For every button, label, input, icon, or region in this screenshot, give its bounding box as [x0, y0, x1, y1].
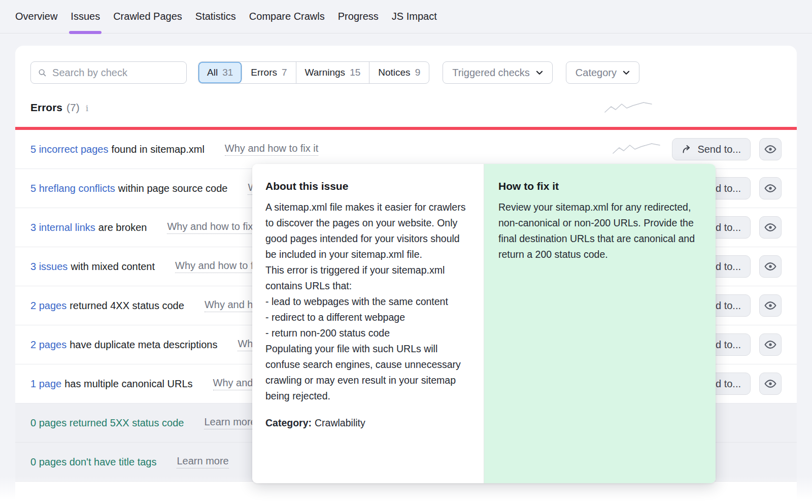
category-value: Crawlability: [315, 417, 365, 428]
tab-crawled-pages[interactable]: Crawled Pages: [113, 0, 182, 33]
issue-count-link[interactable]: 2 pages: [30, 339, 66, 351]
issue-text: within page source code: [118, 183, 228, 194]
how-to-fix-body: Review your sitemap.xml for any redirect…: [498, 199, 701, 262]
about-issue-panel: About this issue A sitemap.xml file make…: [252, 164, 484, 483]
eye-button[interactable]: [759, 138, 782, 160]
segment-label: Warnings: [305, 67, 346, 78]
eye-icon: [764, 260, 777, 273]
issue-text-passed: 0 pages returned 5XX status code: [30, 417, 184, 429]
search-input[interactable]: [51, 66, 179, 79]
section-trend-sparkline-icon: [604, 100, 653, 116]
eye-icon: [764, 182, 777, 195]
send-to-button[interactable]: Send to...: [672, 138, 751, 160]
segment-label: All: [207, 67, 218, 78]
section-count: (7): [66, 102, 80, 114]
issue-text: are broken: [98, 222, 147, 233]
dropdown-label: Triggered checks: [452, 67, 530, 79]
learn-more-link[interactable]: Learn more: [177, 455, 228, 468]
segment-count: 7: [282, 67, 287, 78]
issue-count-link[interactable]: 5 incorrect pages: [30, 144, 108, 155]
chevron-down-icon: [536, 71, 543, 75]
severity-segmented-control: All 31 Errors 7 Warnings 15 Notices 9: [198, 61, 429, 84]
tab-statistics[interactable]: Statistics: [195, 0, 236, 33]
triggered-checks-dropdown[interactable]: Triggered checks: [443, 61, 553, 84]
errors-section-header: Errors (7) i: [30, 102, 88, 114]
dropdown-label: Category: [576, 67, 617, 79]
search-icon: [38, 68, 46, 77]
issue-count-link[interactable]: 1 page: [30, 378, 61, 390]
segment-count: 9: [415, 67, 421, 78]
issue-text: found in sitemap.xml: [111, 144, 204, 155]
category-line: Category:Crawlability: [265, 417, 470, 429]
how-to-fix-title: How to fix it: [498, 180, 701, 192]
tab-compare-crawls[interactable]: Compare Crawls: [249, 0, 325, 33]
info-icon[interactable]: i: [86, 103, 88, 113]
eye-icon: [764, 299, 777, 312]
section-title: Errors: [30, 102, 62, 114]
eye-button[interactable]: [759, 177, 782, 199]
issue-row: 5 incorrect pages found in sitemap.xml W…: [15, 130, 797, 169]
segment-all[interactable]: All 31: [198, 62, 242, 83]
segment-label: Errors: [251, 67, 277, 78]
issue-count-link[interactable]: 3 issues: [30, 261, 67, 273]
filter-bar: All 31 Errors 7 Warnings 15 Notices 9 Tr…: [30, 61, 782, 84]
segment-notices[interactable]: Notices 9: [369, 62, 429, 83]
issue-text: returned 4XX status code: [70, 300, 184, 312]
issue-text-passed: 0 pages don't have title tags: [30, 456, 156, 468]
issue-text: with mixed content: [71, 261, 155, 273]
tab-overview[interactable]: Overview: [15, 0, 57, 33]
eye-icon: [764, 377, 777, 390]
issue-text: have duplicate meta descriptions: [70, 339, 217, 351]
eye-icon: [764, 338, 777, 351]
category-dropdown[interactable]: Category: [566, 61, 639, 84]
why-how-link[interactable]: Why and how to fix it: [225, 143, 319, 156]
about-issue-body: A sitemap.xml file makes it easier for c…: [265, 199, 470, 404]
issue-count-link[interactable]: 2 pages: [30, 300, 66, 312]
segment-count: 15: [350, 67, 360, 78]
eye-button[interactable]: [759, 373, 782, 395]
tab-progress[interactable]: Progress: [338, 0, 379, 33]
top-tab-bar: Overview Issues Crawled Pages Statistics…: [0, 0, 812, 33]
issue-details-popup: About this issue A sitemap.xml file make…: [252, 164, 716, 483]
eye-button[interactable]: [759, 216, 782, 239]
eye-icon: [764, 143, 777, 156]
eye-icon: [764, 221, 777, 234]
issue-count-link[interactable]: 5 hreflang conflicts: [30, 183, 115, 194]
issue-text: has multiple canonical URLs: [64, 378, 192, 390]
tab-js-impact[interactable]: JS Impact: [392, 0, 437, 33]
segment-label: Notices: [378, 67, 410, 78]
why-how-link[interactable]: Why and how to fix it: [167, 221, 261, 234]
segment-count: 31: [222, 67, 233, 78]
send-to-label: Send to...: [697, 144, 741, 155]
eye-button[interactable]: [759, 255, 782, 278]
category-label: Category:: [265, 417, 312, 428]
search-box[interactable]: [30, 61, 187, 84]
how-to-fix-panel: How to fix it Review your sitemap.xml fo…: [484, 164, 716, 483]
chevron-down-icon: [623, 71, 630, 75]
trend-sparkline-icon: [612, 142, 661, 157]
about-issue-title: About this issue: [265, 180, 470, 192]
issue-count-link[interactable]: 3 internal links: [30, 222, 95, 233]
learn-more-link[interactable]: Learn more: [204, 416, 256, 429]
segment-errors[interactable]: Errors 7: [242, 62, 296, 83]
segment-warnings[interactable]: Warnings 15: [296, 62, 370, 83]
eye-button[interactable]: [759, 333, 782, 356]
tab-issues[interactable]: Issues: [71, 0, 100, 33]
send-arrow-icon: [682, 144, 692, 154]
eye-button[interactable]: [759, 294, 782, 317]
